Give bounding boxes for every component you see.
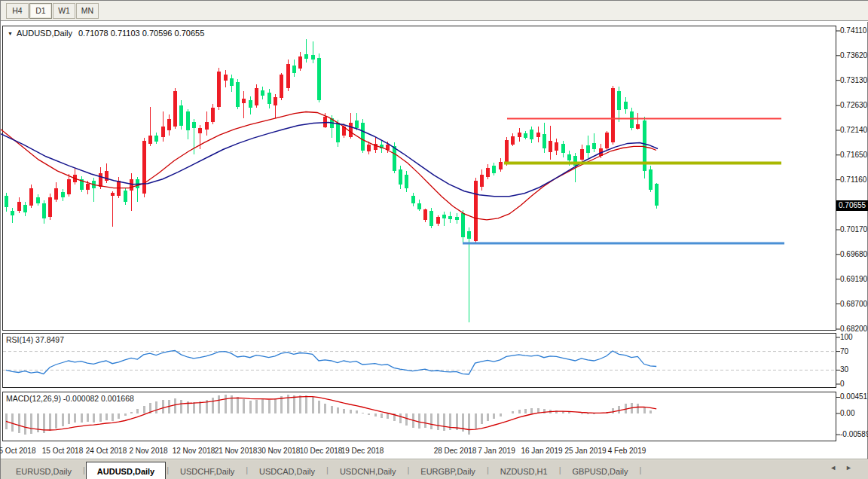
rsi-label: RSI(14) 37.8497 (6, 335, 64, 344)
tab-usdcad-daily[interactable]: USDCAD,Daily (249, 463, 326, 479)
price-tick: 0.71650 (840, 151, 867, 159)
chart-ohlc-values: 0.71078 0.71103 0.70596 0.70655 (78, 29, 204, 38)
rsi-panel (2, 333, 836, 388)
tab-eurgbp-daily[interactable]: EURGBP,Daily (410, 463, 486, 479)
tab-scroll-right-icon[interactable]: ► (845, 464, 861, 471)
chart-tab-bar: EURUSD,Daily|AUDUSD,Daily|USDCHF,Daily|U… (1, 459, 868, 479)
timeframe-button-h4[interactable]: H4 (6, 3, 29, 19)
rsi-tick: 0 (840, 380, 845, 388)
chart-symbol-label: AUDUSD,Daily (17, 29, 72, 38)
current-price-badge: 0.70655 (836, 200, 868, 211)
timeframe-button-d1[interactable]: D1 (29, 3, 52, 19)
date-label: 19 Dec 2018 (336, 447, 389, 455)
price-tick: 0.70170 (840, 225, 867, 233)
price-tick: 0.72630 (840, 101, 867, 109)
price-tick: 0.68700 (840, 300, 867, 308)
price-tick: 0.71160 (840, 175, 866, 184)
macd-tick: 0.004517 (840, 392, 868, 401)
chart-title: ▼ AUDUSD,Daily 0.71078 0.71103 0.70596 0… (8, 29, 204, 38)
price-tick: 0.69190 (840, 275, 867, 283)
tab-gbpusd-daily[interactable]: GBPUSD,Daily (562, 463, 639, 479)
tab-scroll-arrows: ◄► (830, 464, 861, 471)
tab-audusd-daily[interactable]: AUDUSD,Daily (86, 462, 166, 479)
price-tick: 0.68200 (840, 325, 867, 333)
price-tick: 0.73620 (840, 51, 867, 59)
price-tick: 0.74110 (840, 26, 866, 35)
timeframe-button-w1[interactable]: W1 (53, 3, 75, 19)
tab-eurusd-daily[interactable]: EURUSD,Daily (5, 463, 82, 479)
macd-label: MACD(12,26,9) -0.000082 0.001668 (6, 394, 134, 403)
tab-usdcnh-daily[interactable]: USDCNH,Daily (329, 463, 407, 479)
tab-scroll-left-icon[interactable]: ◄ (830, 464, 845, 471)
price-chart-surface[interactable] (2, 26, 836, 331)
date-label: 4 Feb 2019 (601, 447, 653, 455)
price-tick: 0.69680 (840, 250, 867, 258)
macd-tick: -0.005899 (840, 430, 868, 438)
terminal-window: H4D1W1MN ▼ AUDUSD,Daily 0.71078 0.71103 … (0, 0, 868, 479)
tab-usdchf-daily[interactable]: USDCHF,Daily (170, 463, 245, 479)
price-tick: 0.72140 (840, 126, 867, 134)
rsi-tick: 70 (840, 347, 848, 355)
rsi-tick: 30 (840, 365, 848, 374)
symbol-dropdown-icon[interactable]: ▼ (8, 31, 13, 36)
timeframe-button-mn[interactable]: MN (76, 3, 99, 19)
price-tick: 0.73130 (840, 76, 867, 84)
tab-nzdusd-h1[interactable]: NZDUSD,H1 (490, 463, 558, 479)
rsi-tick: 100 (840, 333, 853, 341)
tab-separator: | (639, 465, 643, 474)
timeframe-toolbar: H4D1W1MN (1, 1, 868, 21)
macd-tick: 0.00 (840, 409, 854, 417)
